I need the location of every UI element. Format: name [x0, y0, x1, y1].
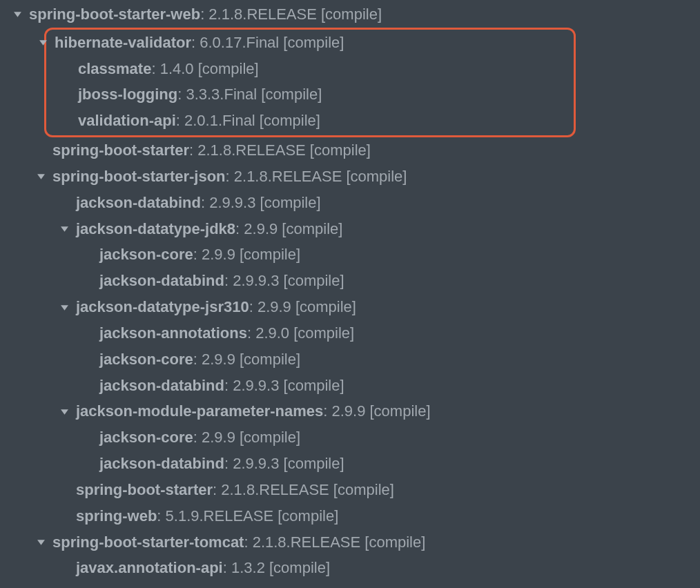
dependency-name: jackson-datatype-jdk8: [76, 216, 235, 242]
dependency-name: jackson-databind: [99, 268, 224, 294]
tree-children: jackson-core : 2.9.9 [compile]jackson-da…: [47, 242, 700, 294]
tree-row[interactable]: spring-boot-starter-json : 2.1.8.RELEASE…: [23, 164, 700, 190]
dependency-meta: : 5.1.9.RELEASE [compile]: [157, 503, 338, 529]
tree-row[interactable]: validation-api : 2.0.1.Final [compile]: [57, 108, 571, 134]
tree-row[interactable]: jackson-core : 2.9.9 [compile]: [70, 346, 700, 373]
highlight-annotation: hibernate-validator : 6.0.17.Final [comp…: [44, 28, 576, 137]
dependency-meta: : 2.9.9 [compile]: [193, 424, 300, 451]
dependency-name: spring-boot-starter-json: [52, 164, 226, 190]
dependency-meta: : 2.9.9 [compile]: [193, 242, 300, 268]
expand-toggle-icon[interactable]: [34, 34, 52, 52]
dependency-name: spring-web: [76, 503, 157, 529]
tree-row[interactable]: spring-web : 5.1.9.RELEASE [compile]: [47, 503, 700, 529]
tree-row[interactable]: jackson-databind : 2.9.9.3 [compile]: [70, 268, 700, 294]
tree-row[interactable]: jackson-datatype-jsr310 : 2.9.9 [compile…: [47, 294, 700, 320]
dependency-meta: : 2.9.9 [compile]: [235, 216, 342, 242]
dependency-name: jackson-datatype-jsr310: [76, 294, 249, 320]
tree-row[interactable]: spring-boot-starter : 2.1.8.RELEASE [com…: [47, 477, 700, 503]
dependency-name: spring-boot-starter-tomcat: [52, 529, 244, 556]
dependency-name: jackson-core: [99, 346, 193, 373]
dependency-meta: : 2.9.9.3 [compile]: [224, 268, 344, 294]
tree-row[interactable]: javax.annotation-api : 1.3.2 [compile]: [47, 555, 700, 581]
expand-toggle-icon[interactable]: [55, 220, 73, 238]
dependency-meta: : 2.1.8.RELEASE [compile]: [189, 137, 371, 164]
dependency-meta: : 2.9.0 [compile]: [247, 320, 354, 346]
dependency-name: classmate: [78, 56, 151, 82]
dependency-name: hibernate-validator: [55, 30, 191, 56]
tree-row[interactable]: jackson-databind : 2.9.9.3 [compile]: [70, 373, 700, 399]
dependency-name: jackson-databind: [99, 451, 224, 477]
dependency-name: javax.annotation-api: [76, 555, 223, 581]
tree-row[interactable]: spring-boot-starter-tomcat : 2.1.8.RELEA…: [23, 529, 700, 556]
tree-row[interactable]: jackson-core : 2.9.9 [compile]: [70, 424, 700, 451]
expand-toggle-icon[interactable]: [55, 402, 73, 420]
dependency-meta: : 3.3.3.Final [compile]: [177, 81, 322, 108]
tree-row[interactable]: jackson-annotations : 2.9.0 [compile]: [70, 320, 700, 346]
dependency-meta: : 2.9.9 [compile]: [323, 398, 430, 424]
expand-toggle-icon[interactable]: [55, 298, 73, 316]
dependency-meta: : 2.1.8.RELEASE [compile]: [213, 477, 394, 503]
dependency-meta: : 2.9.9 [compile]: [193, 346, 300, 373]
tree-row[interactable]: jackson-core : 2.9.9 [compile]: [70, 242, 700, 268]
dependency-name: spring-boot-starter-web: [29, 1, 200, 28]
dependency-name: jackson-annotations: [99, 320, 247, 346]
tree-children: jackson-core : 2.9.9 [compile]jackson-da…: [47, 424, 700, 477]
dependency-meta: : 1.3.2 [compile]: [223, 555, 330, 581]
tree-children: javax.annotation-api : 1.3.2 [compile]to…: [23, 555, 700, 588]
dependency-name: jackson-databind: [99, 373, 224, 399]
dependency-name: spring-boot-starter: [76, 477, 213, 503]
dependency-name: spring-boot-starter: [52, 137, 189, 164]
dependency-meta: : 2.1.8.RELEASE [compile]: [244, 529, 425, 556]
dependency-meta: : 2.9.9.3 [compile]: [224, 451, 344, 477]
tree-row[interactable]: spring-boot-starter-web : 2.1.8.RELEASE …: [0, 1, 700, 28]
dependency-meta: : 2.9.9.3 [compile]: [224, 373, 344, 399]
dependency-meta: : 6.0.17.Final [compile]: [191, 30, 344, 56]
tree-row[interactable]: spring-boot-starter : 2.1.8.RELEASE [com…: [23, 137, 700, 164]
tree-row[interactable]: jboss-logging : 3.3.3.Final [compile]: [57, 81, 571, 108]
tree-children: classmate : 1.4.0 [compile]jboss-logging…: [49, 56, 571, 134]
tree-row[interactable]: jackson-databind : 2.9.9.3 [compile]: [70, 451, 700, 477]
dependency-meta: : 9.0.24 [compile]: [217, 581, 333, 588]
dependency-meta: : 2.1.8.RELEASE [compile]: [226, 164, 407, 190]
dependency-meta: : 2.9.9 [compile]: [249, 294, 356, 320]
dependency-name: validation-api: [78, 108, 176, 134]
expand-toggle-icon[interactable]: [32, 533, 50, 551]
tree-row[interactable]: classmate : 1.4.0 [compile]: [57, 56, 571, 82]
expand-toggle-icon[interactable]: [8, 6, 26, 23]
dependency-name: jackson-core: [99, 424, 193, 451]
tree-children: jackson-annotations : 2.9.0 [compile]jac…: [47, 320, 700, 398]
dependency-name: jboss-logging: [78, 81, 177, 108]
dependency-meta: : 1.4.0 [compile]: [151, 56, 258, 82]
tree-children: jackson-databind : 2.9.9.3 [compile]jack…: [23, 190, 700, 529]
dependency-name: jackson-core: [99, 242, 193, 268]
dependency-name: tomcat-embed-core: [76, 581, 217, 588]
tree-children: hibernate-validator : 6.0.17.Final [comp…: [0, 28, 700, 588]
tree-row[interactable]: hibernate-validator : 6.0.17.Final [comp…: [34, 30, 571, 56]
dependency-name: jackson-module-parameter-names: [76, 398, 323, 424]
dependency-tree: spring-boot-starter-web : 2.1.8.RELEASE …: [0, 1, 700, 588]
expand-toggle-icon[interactable]: [32, 168, 50, 186]
tree-row[interactable]: jackson-module-parameter-names : 2.9.9 […: [47, 398, 700, 424]
tree-row[interactable]: jackson-databind : 2.9.9.3 [compile]: [47, 190, 700, 216]
dependency-meta: : 2.1.8.RELEASE [compile]: [200, 1, 382, 28]
dependency-meta: : 2.9.9.3 [compile]: [201, 190, 321, 216]
tree-row[interactable]: jackson-datatype-jdk8 : 2.9.9 [compile]: [47, 216, 700, 242]
tree-row[interactable]: tomcat-embed-core : 9.0.24 [compile]: [47, 581, 700, 588]
dependency-meta: : 2.0.1.Final [compile]: [176, 108, 320, 134]
dependency-name: jackson-databind: [76, 190, 201, 216]
